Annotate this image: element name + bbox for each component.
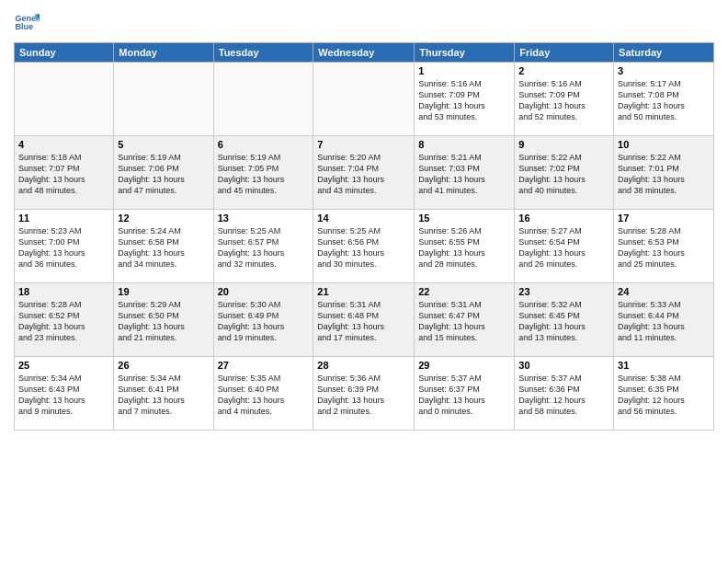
day-number: 23 bbox=[518, 286, 609, 297]
day-info: Sunrise: 5:31 AM Sunset: 6:48 PM Dayligh… bbox=[317, 299, 410, 344]
day-info: Sunrise: 5:28 AM Sunset: 6:52 PM Dayligh… bbox=[18, 299, 109, 344]
calendar-cell: 7Sunrise: 5:20 AM Sunset: 7:04 PM Daylig… bbox=[313, 136, 415, 210]
week-row-3: 11Sunrise: 5:23 AM Sunset: 7:00 PM Dayli… bbox=[15, 210, 714, 283]
day-number: 11 bbox=[18, 213, 109, 224]
calendar-cell: 29Sunrise: 5:37 AM Sunset: 6:37 PM Dayli… bbox=[415, 357, 515, 431]
day-info: Sunrise: 5:30 AM Sunset: 6:49 PM Dayligh… bbox=[218, 299, 310, 344]
calendar-cell: 17Sunrise: 5:28 AM Sunset: 6:53 PM Dayli… bbox=[614, 210, 714, 283]
day-number: 30 bbox=[518, 360, 609, 371]
day-number: 24 bbox=[618, 286, 710, 297]
day-info: Sunrise: 5:18 AM Sunset: 7:07 PM Dayligh… bbox=[18, 152, 109, 197]
day-number: 28 bbox=[317, 360, 410, 371]
calendar-cell: 12Sunrise: 5:24 AM Sunset: 6:58 PM Dayli… bbox=[114, 210, 213, 283]
day-info: Sunrise: 5:38 AM Sunset: 6:35 PM Dayligh… bbox=[618, 373, 710, 418]
day-info: Sunrise: 5:23 AM Sunset: 7:00 PM Dayligh… bbox=[18, 225, 109, 270]
calendar-cell: 3Sunrise: 5:17 AM Sunset: 7:08 PM Daylig… bbox=[614, 63, 714, 136]
day-number: 27 bbox=[218, 360, 310, 371]
day-info: Sunrise: 5:16 AM Sunset: 7:09 PM Dayligh… bbox=[518, 78, 609, 123]
calendar-cell: 14Sunrise: 5:25 AM Sunset: 6:56 PM Dayli… bbox=[313, 210, 415, 283]
calendar-cell: 31Sunrise: 5:38 AM Sunset: 6:35 PM Dayli… bbox=[614, 357, 714, 431]
day-number: 26 bbox=[118, 360, 209, 371]
day-info: Sunrise: 5:37 AM Sunset: 6:36 PM Dayligh… bbox=[518, 373, 609, 418]
day-info: Sunrise: 5:20 AM Sunset: 7:04 PM Dayligh… bbox=[317, 152, 410, 197]
calendar-cell: 15Sunrise: 5:26 AM Sunset: 6:55 PM Dayli… bbox=[415, 210, 515, 283]
day-number: 31 bbox=[618, 360, 710, 371]
week-row-5: 25Sunrise: 5:34 AM Sunset: 6:43 PM Dayli… bbox=[15, 357, 714, 431]
day-info: Sunrise: 5:17 AM Sunset: 7:08 PM Dayligh… bbox=[618, 78, 710, 123]
header: General Blue bbox=[14, 9, 714, 35]
day-number: 21 bbox=[317, 286, 410, 297]
day-number: 7 bbox=[317, 139, 410, 150]
day-number: 8 bbox=[418, 139, 510, 150]
weekday-header-thursday: Thursday bbox=[415, 43, 515, 63]
calendar-cell: 8Sunrise: 5:21 AM Sunset: 7:03 PM Daylig… bbox=[415, 136, 515, 210]
day-info: Sunrise: 5:16 AM Sunset: 7:09 PM Dayligh… bbox=[418, 78, 510, 123]
day-info: Sunrise: 5:29 AM Sunset: 6:50 PM Dayligh… bbox=[118, 299, 209, 344]
weekday-header-friday: Friday bbox=[515, 43, 614, 63]
day-info: Sunrise: 5:34 AM Sunset: 6:43 PM Dayligh… bbox=[18, 373, 109, 418]
calendar-cell: 26Sunrise: 5:34 AM Sunset: 6:41 PM Dayli… bbox=[114, 357, 213, 431]
day-info: Sunrise: 5:22 AM Sunset: 7:01 PM Dayligh… bbox=[618, 152, 710, 197]
calendar-cell: 24Sunrise: 5:33 AM Sunset: 6:44 PM Dayli… bbox=[614, 283, 714, 357]
calendar-cell: 27Sunrise: 5:35 AM Sunset: 6:40 PM Dayli… bbox=[213, 357, 313, 431]
day-info: Sunrise: 5:25 AM Sunset: 6:57 PM Dayligh… bbox=[218, 225, 310, 270]
day-number: 12 bbox=[118, 213, 209, 224]
calendar-cell: 6Sunrise: 5:19 AM Sunset: 7:05 PM Daylig… bbox=[213, 136, 313, 210]
calendar-cell: 11Sunrise: 5:23 AM Sunset: 7:00 PM Dayli… bbox=[15, 210, 114, 283]
day-number: 10 bbox=[618, 139, 710, 150]
day-number: 15 bbox=[418, 213, 510, 224]
calendar-cell: 23Sunrise: 5:32 AM Sunset: 6:45 PM Dayli… bbox=[515, 283, 614, 357]
calendar-cell: 22Sunrise: 5:31 AM Sunset: 6:47 PM Dayli… bbox=[415, 283, 515, 357]
day-info: Sunrise: 5:28 AM Sunset: 6:53 PM Dayligh… bbox=[618, 225, 710, 270]
day-info: Sunrise: 5:37 AM Sunset: 6:37 PM Dayligh… bbox=[418, 373, 510, 418]
day-info: Sunrise: 5:25 AM Sunset: 6:56 PM Dayligh… bbox=[317, 225, 410, 270]
week-row-2: 4Sunrise: 5:18 AM Sunset: 7:07 PM Daylig… bbox=[15, 136, 714, 210]
day-info: Sunrise: 5:19 AM Sunset: 7:06 PM Dayligh… bbox=[118, 152, 209, 197]
calendar-cell: 21Sunrise: 5:31 AM Sunset: 6:48 PM Dayli… bbox=[313, 283, 415, 357]
day-number: 5 bbox=[118, 139, 209, 150]
calendar-table: SundayMondayTuesdayWednesdayThursdayFrid… bbox=[14, 42, 714, 431]
calendar-cell: 2Sunrise: 5:16 AM Sunset: 7:09 PM Daylig… bbox=[515, 63, 614, 136]
day-number: 19 bbox=[118, 286, 209, 297]
week-row-4: 18Sunrise: 5:28 AM Sunset: 6:52 PM Dayli… bbox=[15, 283, 714, 357]
weekday-header-sunday: Sunday bbox=[15, 43, 114, 63]
calendar-cell: 16Sunrise: 5:27 AM Sunset: 6:54 PM Dayli… bbox=[515, 210, 614, 283]
day-number: 18 bbox=[18, 286, 109, 297]
day-number: 25 bbox=[18, 360, 109, 371]
day-number: 3 bbox=[618, 65, 710, 76]
day-number: 14 bbox=[317, 213, 410, 224]
calendar-cell: 20Sunrise: 5:30 AM Sunset: 6:49 PM Dayli… bbox=[213, 283, 313, 357]
weekday-header-monday: Monday bbox=[114, 43, 213, 63]
calendar-cell: 28Sunrise: 5:36 AM Sunset: 6:39 PM Dayli… bbox=[313, 357, 415, 431]
day-info: Sunrise: 5:35 AM Sunset: 6:40 PM Dayligh… bbox=[218, 373, 310, 418]
calendar-cell: 30Sunrise: 5:37 AM Sunset: 6:36 PM Dayli… bbox=[515, 357, 614, 431]
day-info: Sunrise: 5:22 AM Sunset: 7:02 PM Dayligh… bbox=[518, 152, 609, 197]
calendar-cell bbox=[114, 63, 213, 136]
day-info: Sunrise: 5:26 AM Sunset: 6:55 PM Dayligh… bbox=[418, 225, 510, 270]
calendar-cell bbox=[213, 63, 313, 136]
day-number: 22 bbox=[418, 286, 510, 297]
calendar-cell bbox=[313, 63, 415, 136]
day-number: 29 bbox=[418, 360, 510, 371]
day-number: 17 bbox=[618, 213, 710, 224]
day-number: 13 bbox=[218, 213, 310, 224]
day-number: 20 bbox=[218, 286, 310, 297]
day-info: Sunrise: 5:31 AM Sunset: 6:47 PM Dayligh… bbox=[418, 299, 510, 344]
day-info: Sunrise: 5:32 AM Sunset: 6:45 PM Dayligh… bbox=[518, 299, 609, 344]
week-row-1: 1Sunrise: 5:16 AM Sunset: 7:09 PM Daylig… bbox=[15, 63, 714, 136]
day-info: Sunrise: 5:36 AM Sunset: 6:39 PM Dayligh… bbox=[317, 373, 410, 418]
weekday-header-row: SundayMondayTuesdayWednesdayThursdayFrid… bbox=[15, 43, 714, 63]
calendar-cell bbox=[15, 63, 114, 136]
calendar-cell: 5Sunrise: 5:19 AM Sunset: 7:06 PM Daylig… bbox=[114, 136, 213, 210]
day-number: 1 bbox=[418, 65, 510, 76]
weekday-header-tuesday: Tuesday bbox=[213, 43, 313, 63]
weekday-header-wednesday: Wednesday bbox=[313, 43, 415, 63]
calendar-cell: 25Sunrise: 5:34 AM Sunset: 6:43 PM Dayli… bbox=[15, 357, 114, 431]
day-info: Sunrise: 5:33 AM Sunset: 6:44 PM Dayligh… bbox=[618, 299, 710, 344]
day-info: Sunrise: 5:34 AM Sunset: 6:41 PM Dayligh… bbox=[118, 373, 209, 418]
calendar-cell: 1Sunrise: 5:16 AM Sunset: 7:09 PM Daylig… bbox=[415, 63, 515, 136]
weekday-header-saturday: Saturday bbox=[614, 43, 714, 63]
day-number: 4 bbox=[18, 139, 109, 150]
day-number: 9 bbox=[518, 139, 609, 150]
day-info: Sunrise: 5:24 AM Sunset: 6:58 PM Dayligh… bbox=[118, 225, 209, 270]
